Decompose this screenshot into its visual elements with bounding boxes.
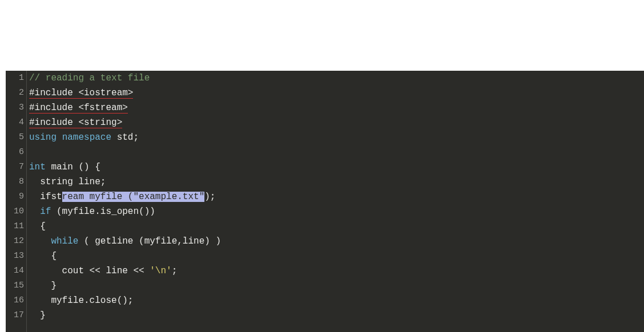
code-token: #include <fstream>: [29, 103, 128, 114]
code-token: );: [204, 192, 215, 202]
code-line[interactable]: while ( getline (myfile,line) ): [29, 234, 644, 249]
line-number: 13: [6, 249, 26, 264]
code-token: [29, 236, 51, 246]
code-token: "example.txt": [133, 192, 204, 202]
code-token: ;: [172, 266, 178, 276]
code-token: myfile.close();: [29, 295, 133, 306]
code-line[interactable]: myfile.close();: [29, 293, 644, 308]
line-number: 9: [6, 189, 26, 204]
code-token: #include <string>: [29, 118, 122, 128]
code-line[interactable]: {: [29, 219, 644, 234]
code-line[interactable]: #include <fstream>: [29, 100, 644, 115]
code-line[interactable]: }: [29, 278, 644, 293]
code-token: cout << line <<: [29, 266, 150, 276]
code-token: [29, 207, 40, 217]
code-token: string line;: [29, 177, 106, 187]
code-token: int: [29, 162, 46, 172]
code-line[interactable]: }: [29, 308, 644, 323]
line-number: 15: [6, 278, 26, 293]
code-token: #include <iostream>: [29, 88, 133, 99]
code-line[interactable]: // reading a text file: [29, 71, 644, 86]
line-number: 16: [6, 293, 26, 308]
line-number: 17: [6, 308, 26, 323]
line-number: 11: [6, 219, 26, 234]
code-area[interactable]: // reading a text file#include <iostream…: [27, 71, 644, 332]
code-line[interactable]: string line;: [29, 175, 644, 189]
code-token: (myfile.is_open()): [51, 207, 155, 217]
line-number: 4: [6, 115, 26, 130]
code-token: ream myfile (: [62, 192, 134, 202]
line-number: 2: [6, 86, 26, 100]
line-number: 10: [6, 204, 26, 219]
line-number: 5: [6, 130, 26, 145]
code-line[interactable]: #include <string>: [29, 115, 644, 130]
line-number: 7: [6, 160, 26, 175]
code-line[interactable]: using namespace std;: [29, 130, 644, 145]
line-number: 14: [6, 264, 26, 278]
code-token: std;: [111, 132, 139, 143]
line-number: 8: [6, 175, 26, 189]
code-token: using: [29, 132, 57, 143]
code-line[interactable]: [29, 145, 644, 160]
code-token: }: [29, 310, 46, 321]
code-token: }: [29, 281, 57, 291]
line-number: 6: [6, 145, 26, 160]
code-token: ifst: [29, 192, 62, 202]
code-line[interactable]: cout << line << '\n';: [29, 264, 644, 278]
code-line[interactable]: #include <iostream>: [29, 86, 644, 100]
line-number: 3: [6, 100, 26, 115]
line-number-gutter: 1234567891011121314151617: [6, 71, 27, 332]
code-token: {: [29, 251, 57, 261]
code-token: [57, 132, 62, 143]
code-line[interactable]: int main () {: [29, 160, 644, 175]
code-line[interactable]: if (myfile.is_open()): [29, 204, 644, 219]
code-token: // reading a text file: [29, 73, 150, 83]
code-line[interactable]: {: [29, 249, 644, 264]
code-token: while: [51, 236, 78, 246]
code-token: namespace: [62, 132, 111, 143]
code-editor[interactable]: 1234567891011121314151617 // reading a t…: [6, 71, 644, 332]
code-token: '\n': [150, 266, 171, 276]
code-token: {: [29, 221, 46, 232]
code-line[interactable]: ifstream myfile ("example.txt");: [29, 189, 644, 204]
code-token: if: [40, 207, 51, 217]
code-token: ( getline (myfile,line) ): [78, 236, 221, 246]
line-number: 1: [6, 71, 26, 86]
code-token: main () {: [46, 162, 100, 172]
line-number: 12: [6, 234, 26, 249]
